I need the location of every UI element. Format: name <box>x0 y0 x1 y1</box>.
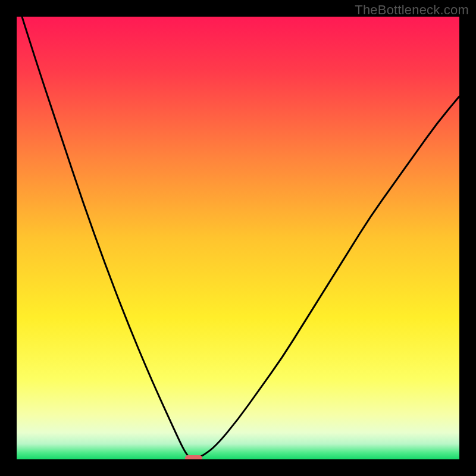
watermark-text: TheBottleneck.com <box>355 2 469 18</box>
bottleneck-marker <box>185 455 203 459</box>
curve-line <box>17 17 459 459</box>
plot-area <box>17 17 459 459</box>
chart-frame: TheBottleneck.com <box>0 0 476 476</box>
